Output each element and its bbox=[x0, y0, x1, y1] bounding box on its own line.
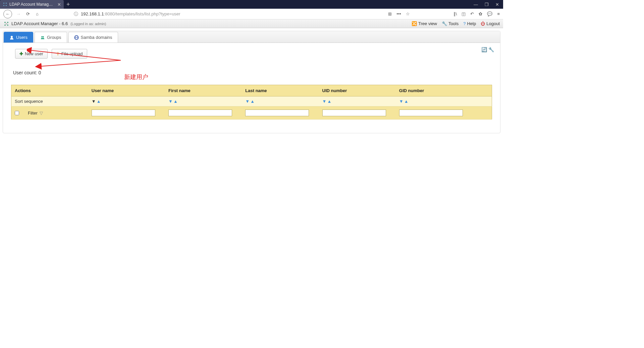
select-all-checkbox[interactable] bbox=[15, 111, 19, 115]
sort-gid[interactable]: ▼▲ bbox=[396, 96, 492, 107]
sort-asc-icon: ▲ bbox=[250, 99, 255, 104]
sort-desc-active-icon: ▼ bbox=[92, 99, 96, 104]
user-count: User count: 0 bbox=[13, 70, 492, 75]
filter-row: Filter ▽ bbox=[11, 107, 492, 120]
sidebar-icon[interactable]: ◫ bbox=[462, 11, 466, 16]
chat-icon[interactable]: 💬 bbox=[487, 11, 492, 16]
sort-lastname[interactable]: ▼▲ bbox=[242, 96, 319, 107]
sort-asc-icon: ▲ bbox=[173, 99, 178, 104]
plus-icon: ✚ bbox=[19, 51, 23, 56]
logout-link[interactable]: ⏻ Logout bbox=[481, 21, 500, 26]
forward-button[interactable]: → bbox=[15, 11, 21, 17]
bookmark-star-icon[interactable]: ☆ bbox=[406, 11, 410, 16]
tools-label: Tools bbox=[448, 21, 459, 26]
login-info: (Logged in as: admin) bbox=[70, 22, 106, 26]
logout-icon: ⏻ bbox=[481, 21, 485, 26]
filter-gid-input[interactable] bbox=[399, 110, 463, 116]
refresh-icon[interactable]: 🔄 bbox=[481, 47, 487, 52]
filter-lastname-input[interactable] bbox=[245, 110, 309, 116]
tab-close-icon[interactable]: ✕ bbox=[57, 2, 61, 7]
url-text: 192.168.1.1:8080/templates/lists/list.ph… bbox=[81, 11, 180, 16]
th-firstname: First name bbox=[165, 85, 242, 96]
more-icon[interactable]: ••• bbox=[396, 11, 401, 16]
svg-point-10 bbox=[11, 36, 13, 38]
help-label: Help bbox=[467, 21, 476, 26]
content-area: 🔄 🔧 ✚ New user ⇧ File upload User count:… bbox=[3, 43, 500, 133]
menu-icon[interactable]: ≡ bbox=[497, 11, 500, 16]
tree-view-label: Tree view bbox=[418, 21, 437, 26]
reload-button[interactable]: ⟳ bbox=[25, 11, 31, 17]
sort-desc-icon: ▼ bbox=[399, 99, 404, 104]
svg-point-1 bbox=[6, 3, 7, 4]
svg-point-11 bbox=[41, 36, 43, 38]
tab-users[interactable]: Users bbox=[4, 32, 33, 43]
browser-titlebar: LDAP Account Manager (ope ✕ + — ❐ ✕ bbox=[0, 0, 503, 9]
tree-icon: 🔀 bbox=[412, 21, 417, 26]
minimize-icon[interactable]: — bbox=[474, 2, 478, 7]
filter-firstname-input[interactable] bbox=[168, 110, 232, 116]
th-actions: Actions bbox=[11, 85, 88, 96]
app-logo-icon bbox=[3, 21, 9, 27]
sort-uid[interactable]: ▼▲ bbox=[319, 96, 396, 107]
maximize-icon[interactable]: ❐ bbox=[485, 2, 489, 7]
svg-point-3 bbox=[6, 5, 7, 6]
browser-tab[interactable]: LDAP Account Manager (ope ✕ bbox=[0, 0, 64, 9]
sort-firstname[interactable]: ▼▲ bbox=[165, 96, 242, 107]
svg-point-0 bbox=[3, 3, 5, 4]
sort-desc-icon: ▼ bbox=[245, 99, 250, 104]
new-tab-button[interactable]: + bbox=[66, 1, 70, 8]
address-bar[interactable]: ⓘ 192.168.1.1:8080/templates/lists/list.… bbox=[74, 11, 385, 17]
file-upload-button[interactable]: ⇧ File upload bbox=[52, 49, 87, 59]
th-gid: GID number bbox=[396, 85, 492, 96]
sort-asc-icon: ▲ bbox=[97, 99, 101, 104]
funnel-icon: ▽ bbox=[40, 111, 43, 116]
sort-row: Sort sequence ▼▲ ▼▲ ▼▲ ▼▲ ▼▲ bbox=[11, 96, 492, 107]
addon-icon[interactable]: ✿ bbox=[479, 11, 482, 16]
new-user-label: New user bbox=[25, 51, 43, 56]
group-icon bbox=[40, 35, 45, 40]
sort-desc-icon: ▼ bbox=[168, 99, 173, 104]
tools-link[interactable]: 🔧 Tools bbox=[442, 21, 459, 26]
svg-point-12 bbox=[43, 36, 44, 38]
svg-point-2 bbox=[3, 5, 5, 6]
filter-uid-input[interactable] bbox=[322, 110, 386, 116]
window-controls: — ❐ ✕ bbox=[474, 2, 503, 7]
back-button[interactable]: ← bbox=[3, 10, 12, 18]
close-window-icon[interactable]: ✕ bbox=[495, 2, 499, 7]
sort-label: Sort sequence bbox=[11, 96, 88, 107]
tab-samba-label: Samba domains bbox=[81, 35, 112, 40]
tab-groups[interactable]: Groups bbox=[35, 32, 67, 43]
user-icon bbox=[9, 35, 14, 40]
app-header: LDAP Account Manager - 6.6 (Logged in as… bbox=[0, 19, 503, 28]
main-panel: Users Groups Samba domains 🔄 🔧 ✚ New use… bbox=[3, 31, 500, 133]
home-button[interactable]: ⌂ bbox=[34, 11, 40, 17]
sort-desc-icon: ▼ bbox=[322, 99, 327, 104]
library-icon[interactable]: ∥\ bbox=[453, 11, 457, 16]
undo-icon[interactable]: ↶ bbox=[470, 11, 474, 16]
sort-username[interactable]: ▼▲ bbox=[88, 96, 165, 107]
tab-samba[interactable]: Samba domains bbox=[68, 32, 118, 43]
filter-username-input[interactable] bbox=[92, 110, 155, 116]
browser-toolbar: ← → ⟳ ⌂ ⓘ 192.168.1.1:8080/templates/lis… bbox=[0, 9, 503, 19]
sort-asc-icon: ▲ bbox=[327, 99, 331, 104]
file-upload-label: File upload bbox=[61, 51, 83, 56]
sort-asc-icon: ▲ bbox=[404, 99, 409, 104]
logout-label: Logout bbox=[486, 21, 500, 26]
new-user-button[interactable]: ✚ New user bbox=[15, 49, 48, 59]
app-title: LDAP Account Manager - 6.6 bbox=[11, 21, 68, 26]
wrench-icon: 🔧 bbox=[442, 21, 447, 26]
th-lastname: Last name bbox=[242, 85, 319, 96]
globe-icon bbox=[74, 35, 79, 40]
users-table: Actions User name First name Last name U… bbox=[11, 85, 492, 120]
tabs-row: Users Groups Samba domains bbox=[3, 31, 500, 43]
help-link[interactable]: ? Help bbox=[463, 21, 476, 26]
action-buttons: ✚ New user ⇧ File upload bbox=[15, 49, 492, 59]
tree-view-link[interactable]: 🔀 Tree view bbox=[412, 21, 437, 26]
qr-icon[interactable]: ⊞ bbox=[388, 11, 392, 16]
browser-tab-title: LDAP Account Manager (ope bbox=[9, 2, 53, 7]
tab-users-label: Users bbox=[16, 35, 28, 40]
settings-icon[interactable]: 🔧 bbox=[488, 47, 494, 52]
help-icon: ? bbox=[463, 21, 466, 26]
corner-icons: 🔄 🔧 bbox=[481, 47, 494, 52]
tab-favicon-icon bbox=[3, 2, 7, 7]
